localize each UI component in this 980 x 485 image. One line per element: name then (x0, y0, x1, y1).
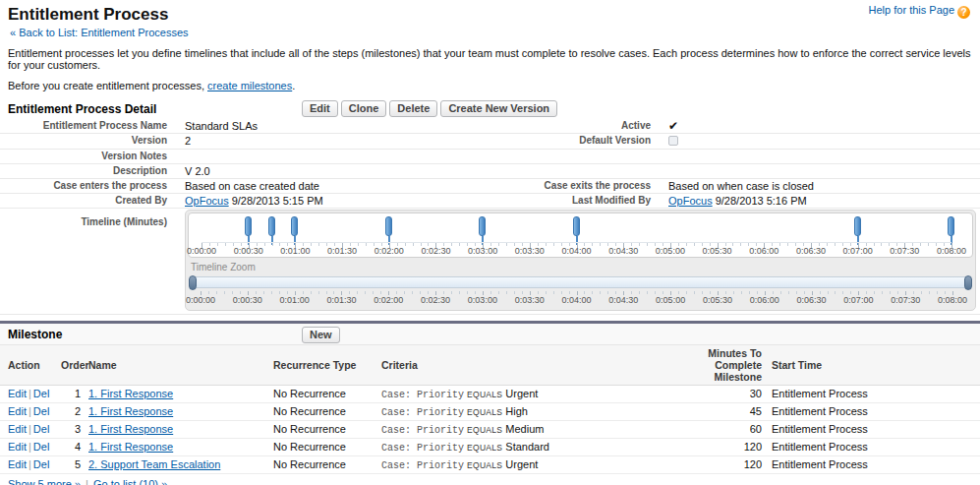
tick-label: 0:07:00 (843, 246, 873, 256)
edit-link[interactable]: Edit (8, 441, 27, 453)
tick-label: 0:05:30 (703, 246, 732, 256)
tick-label: 0:05:30 (703, 295, 732, 305)
field-value-description: V 2.0 (177, 164, 479, 178)
column-header-start-time: Start Time (766, 345, 980, 386)
field-value-modified-by: OpFocus 9/28/2013 5:16 PM (661, 194, 980, 208)
milestone-criteria: Case: PriorityEQUALSStandard (379, 439, 679, 456)
timeline-milestone-marker (245, 216, 252, 236)
tick-label: 0:04:00 (561, 246, 591, 256)
criteria-operator: EQUALS (464, 425, 505, 435)
modified-by-link[interactable]: OpFocus (668, 195, 713, 207)
tick-label: 0:00:00 (187, 246, 216, 256)
clone-button[interactable]: Clone (341, 100, 387, 117)
milestone-recurrence: No Recurrence (271, 403, 379, 421)
action-separator: | (27, 388, 33, 399)
field-value-version-notes (177, 150, 479, 152)
criteria-field: Case: Priority (381, 443, 464, 454)
milestone-name-link[interactable]: 1. First Response (88, 423, 173, 435)
tick-label: 0:03:30 (515, 246, 545, 256)
milestone-recurrence: No Recurrence (271, 386, 379, 403)
page-header: Help for this Page? Entitlement Process … (0, 0, 980, 91)
milestone-header-row: Action Order Name Recurrence Type Criter… (0, 345, 980, 386)
created-by-link[interactable]: OpFocus (185, 195, 229, 207)
tick-label: 0:03:30 (515, 295, 545, 305)
before-create-suffix: . (292, 80, 295, 91)
timeline-milestone-marker (291, 216, 298, 236)
milestone-start-time: Entitlement Process (766, 403, 980, 421)
milestone-name-link[interactable]: 1. First Response (88, 405, 173, 417)
del-link[interactable]: Del (33, 458, 50, 470)
milestone-name-link[interactable]: 1. First Response (88, 441, 173, 453)
slider-track (189, 276, 972, 288)
go-to-list-link[interactable]: Go to list (10) » (93, 478, 167, 485)
field-label-case-enters: Case enters the process (0, 179, 177, 193)
tick-label: 0:00:30 (233, 295, 262, 305)
timeline-milestone-marker (573, 216, 580, 236)
criteria-field: Case: Priority (381, 390, 464, 400)
edit-button[interactable]: Edit (302, 100, 338, 117)
detail-row: Case enters the process Based on case cr… (0, 178, 980, 193)
create-milestones-link[interactable]: create milestones (207, 80, 292, 91)
milestone-recurrence: No Recurrence (271, 456, 379, 474)
edit-link[interactable]: Edit (8, 423, 27, 435)
timeline-plot: 0:00:000:00:300:01:000:01:300:02:000:02:… (188, 212, 973, 258)
tick-label: 0:02:30 (421, 295, 450, 305)
criteria-field: Case: Priority (381, 407, 464, 418)
tick-label: 0:06:00 (749, 246, 778, 256)
timeline-milestone-marker (854, 216, 861, 236)
milestone-name-link[interactable]: 1. First Response (88, 388, 173, 399)
milestone-minutes: 30 (679, 386, 766, 403)
delete-button[interactable]: Delete (389, 100, 437, 117)
edit-link[interactable]: Edit (8, 388, 27, 399)
tick-label: 0:08:00 (938, 295, 967, 305)
milestone-start-time: Entitlement Process (766, 439, 980, 456)
timeline-milestone-marker (268, 216, 275, 236)
del-link[interactable]: Del (33, 405, 50, 417)
milestone-row: Edit|Del 4 1. First Response No Recurren… (0, 439, 980, 456)
tick-label: 0:08:00 (937, 246, 966, 256)
help-link[interactable]: Help for this Page? (869, 4, 970, 19)
field-label-version-notes: Version Notes (0, 150, 177, 163)
action-separator: | (27, 441, 33, 453)
slider-handle-left[interactable] (189, 275, 197, 290)
field-value-case-exits: Based on when case is closed (661, 179, 980, 193)
timeline-milestone-marker (479, 216, 486, 236)
footer-separator: | (84, 478, 90, 485)
tick-label: 0:03:00 (468, 246, 497, 256)
field-label-default-version: Default Version (479, 134, 661, 148)
action-separator: | (27, 423, 33, 435)
slider-handle-right[interactable] (964, 275, 972, 290)
milestone-row: Edit|Del 2 1. First Response No Recurren… (0, 403, 980, 421)
milestone-minutes: 120 (679, 439, 766, 456)
tick-label: 0:07:00 (843, 295, 873, 305)
del-link[interactable]: Del (33, 423, 50, 435)
slider-labels: 0:00:000:00:300:01:000:01:300:02:000:02:… (201, 295, 952, 306)
milestone-section-title: Milestone (8, 328, 62, 341)
milestone-row: Edit|Del 5 2. Support Team Escalation No… (0, 456, 980, 474)
milestone-start-time: Entitlement Process (766, 456, 980, 474)
milestone-minutes: 45 (679, 403, 766, 421)
criteria-value: Urgent (505, 388, 538, 399)
timeline-zoom-label: Timeline Zoom (188, 258, 973, 275)
tick-label: 0:02:00 (374, 295, 403, 305)
create-new-version-button[interactable]: Create New Version (440, 100, 557, 117)
show-more-link[interactable]: Show 5 more » (8, 478, 81, 485)
back-to-list-link[interactable]: « Back to List: Entitlement Processes (10, 27, 189, 38)
detail-row: Created By OpFocus 9/28/2013 5:15 PM Las… (0, 193, 980, 208)
del-link[interactable]: Del (33, 441, 50, 453)
edit-link[interactable]: Edit (8, 458, 27, 470)
column-header-minutes: Minutes To Complete Milestone (679, 345, 766, 386)
milestone-minutes: 60 (679, 421, 766, 439)
created-by-date: 9/28/2013 5:15 PM (229, 195, 323, 207)
field-label-case-exits: Case exits the process (479, 179, 661, 193)
new-milestone-button[interactable]: New (302, 327, 340, 343)
tick-label: 0:06:30 (796, 246, 826, 256)
field-value-name: Standard SLAs (177, 119, 479, 133)
edit-link[interactable]: Edit (8, 405, 27, 417)
milestone-name-link[interactable]: 2. Support Team Escalation (88, 458, 220, 470)
detail-row: Version 2 Default Version (0, 133, 980, 149)
intro-text: Entitlement processes let you define tim… (8, 47, 972, 71)
timeline-axis-labels: 0:00:000:00:300:01:000:01:300:02:000:02:… (202, 246, 951, 257)
del-link[interactable]: Del (33, 388, 50, 399)
field-label-created-by: Created By (0, 194, 177, 208)
